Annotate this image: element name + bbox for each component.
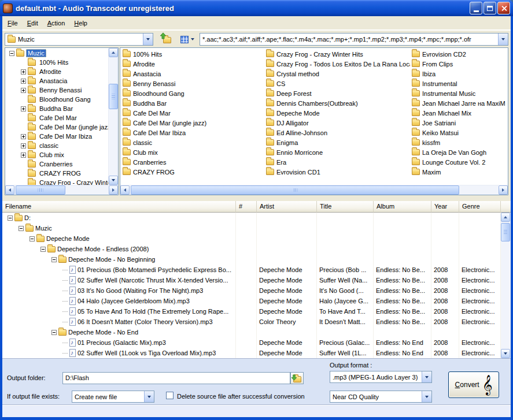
folder-list-item[interactable]: 100% Hits <box>121 49 264 59</box>
folder-list-item[interactable]: Enigma <box>264 137 410 147</box>
folder-list-item[interactable]: Buddha Bar <box>121 98 264 108</box>
quality-dropdown-button[interactable] <box>422 391 431 402</box>
folder-combo-dropdown-button[interactable] <box>143 34 153 45</box>
tree-expander-icon[interactable] <box>21 153 26 158</box>
folder-list-item[interactable]: Crystal method <box>264 69 410 79</box>
folder-list-item[interactable]: Anastacia <box>121 69 264 79</box>
scroll-right-button[interactable] <box>499 185 508 195</box>
row-expander-icon[interactable] <box>40 247 46 252</box>
folder-list-item[interactable]: Dennis Chambers(Outbreak) <box>264 98 410 108</box>
row-expander-icon[interactable] <box>62 319 68 325</box>
tree-vertical-scrollbar[interactable] <box>108 48 118 185</box>
table-row[interactable]: Muzic <box>2 223 501 233</box>
maximize-button[interactable] <box>484 2 496 14</box>
scroll-thumb[interactable] <box>109 84 118 109</box>
folder-list-item[interactable]: Jean Michael Jarre на MaxiM (1 <box>410 98 507 108</box>
folder-list-item[interactable]: Cafe Del Mar (jungle jazz) <box>121 118 264 128</box>
tree-expander-icon[interactable] <box>21 69 26 75</box>
row-expander-icon[interactable] <box>51 257 57 262</box>
column-header-filename[interactable]: Filename <box>2 201 236 213</box>
column-header-album[interactable]: Album <box>374 201 431 213</box>
folder-list-item[interactable]: Era <box>264 157 410 167</box>
table-row[interactable]: 02 Suffer Well (Narcotic Thrust Mix X-te… <box>2 275 501 285</box>
tree-item[interactable]: Cranberries <box>5 159 108 169</box>
tree-expander-icon[interactable] <box>21 79 26 84</box>
tree-item[interactable]: 100% Hits <box>5 58 108 67</box>
folder-list-item[interactable]: Bloodhound Gang <box>121 88 264 98</box>
folder-list-item[interactable]: CRAZY FROG <box>121 167 264 177</box>
column-header-year[interactable]: Year <box>431 201 459 213</box>
if-exists-combobox[interactable]: Create new file <box>72 391 154 403</box>
tree-item[interactable]: Crazy Frog - Crazy Winter Hits <box>5 178 108 185</box>
quality-combobox[interactable]: Near CD Quality <box>330 391 432 403</box>
folder-list-item[interactable]: Deep Forest <box>264 88 410 98</box>
folder-list-item[interactable]: Afrodite <box>121 59 264 69</box>
scroll-left-button[interactable] <box>5 185 14 195</box>
folder-list-item[interactable]: Club mix <box>121 147 264 157</box>
folder-list-item[interactable]: Lounge Couture Vol. 2 <box>410 157 507 167</box>
scroll-left-button[interactable] <box>120 185 130 195</box>
folder-list-item[interactable]: Cranberries <box>121 157 264 167</box>
folder-list-item[interactable]: Cafe Del Mar <box>121 108 264 118</box>
tree-item[interactable]: Cafe Del Mar <box>5 113 108 122</box>
folder-list-item[interactable]: Jean Michael Mix <box>410 108 507 118</box>
folder-list-item[interactable]: Ibiza <box>410 69 507 79</box>
up-folder-button[interactable] <box>159 32 175 46</box>
folder-list-item[interactable]: Ennio Morricone <box>264 147 410 157</box>
menu-action[interactable]: Action <box>43 17 70 29</box>
table-row[interactable]: 04 Halo (Jaycee Gelderbloom Mix).mp3 Dep… <box>2 296 501 306</box>
scroll-thumb[interactable] <box>501 223 510 241</box>
row-expander-icon[interactable] <box>8 215 13 221</box>
row-expander-icon[interactable] <box>62 278 68 283</box>
folder-list-item[interactable]: From Clips <box>410 59 507 69</box>
folder-list-item[interactable]: Evrovision CD1 <box>264 167 410 177</box>
scroll-down-button[interactable] <box>109 176 118 185</box>
row-expander-icon[interactable] <box>62 351 68 356</box>
tree-expander-icon[interactable] <box>21 106 26 111</box>
folder-list-item[interactable]: Ed Alline-Johnson <box>264 128 410 137</box>
tree-expander-icon[interactable] <box>21 88 26 93</box>
folder-list-item[interactable]: Evrovision CD2 <box>410 49 507 59</box>
column-header-title[interactable]: Title <box>317 201 374 213</box>
file-type-filter-combobox[interactable]: *.aac;*.ac3;*.aif;*.aiff;*.ape;*.flac;*.… <box>200 33 508 46</box>
column-header-number[interactable]: # <box>236 201 257 213</box>
row-expander-icon[interactable] <box>62 267 68 273</box>
tree-item[interactable]: Muzic <box>5 49 108 58</box>
tree-expander-icon[interactable] <box>21 134 26 139</box>
if-exists-dropdown-button[interactable] <box>144 391 154 402</box>
row-expander-icon[interactable] <box>19 226 24 231</box>
scroll-up-button[interactable] <box>501 213 510 222</box>
format-dropdown-button[interactable] <box>422 371 431 382</box>
tree-item[interactable]: Club mix <box>5 150 108 159</box>
title-bar[interactable]: default.mbt - Audio Transcoder unregiste… <box>0 0 513 16</box>
current-folder-combobox[interactable]: Muzic <box>5 33 153 46</box>
table-row[interactable]: 03 It's No Good (Waiting For The Night).… <box>2 285 501 296</box>
scroll-down-button[interactable] <box>501 349 510 358</box>
scroll-up-button[interactable] <box>109 48 118 57</box>
folder-list-item[interactable]: kissfm <box>410 137 507 147</box>
folder-list-item[interactable]: DJ Alligator <box>264 118 410 128</box>
menu-file[interactable]: File <box>3 17 23 29</box>
row-expander-icon[interactable] <box>51 330 57 335</box>
folder-list-item[interactable]: Maxim <box>410 167 507 177</box>
tree-item[interactable]: Cafe Del Mar (jungle jazz) <box>5 122 108 132</box>
table-row[interactable]: D: <box>2 213 501 223</box>
tree-item[interactable]: Anastacia <box>5 76 108 86</box>
tree-item[interactable]: Afrodite <box>5 67 108 76</box>
row-expander-icon[interactable] <box>62 309 68 314</box>
browse-output-folder-button[interactable] <box>290 372 304 384</box>
table-row[interactable]: Depeche Mode - No Beginning <box>2 254 501 265</box>
scroll-right-button[interactable] <box>109 185 118 195</box>
folder-list-item[interactable]: classic <box>121 137 264 147</box>
table-row[interactable]: Depeche Mode - Endless (2008) <box>2 244 501 254</box>
folder-list-item[interactable]: La Oreja De Van Gogh <box>410 147 507 157</box>
output-format-combobox[interactable]: .mp3 (MPEG-1 Audio Layer 3) <box>330 371 432 383</box>
table-row[interactable]: 06 It Doesn't Matter (Color Theory Versi… <box>2 317 501 327</box>
table-row[interactable]: 02 Suffer Well (1Look vs Tiga Overload M… <box>2 348 501 358</box>
tree-item[interactable]: Bloodhound Gang <box>5 95 108 104</box>
folder-list-item[interactable]: Cafe Del Mar Ibiza <box>121 128 264 137</box>
table-row[interactable]: Depeche Mode <box>2 233 501 244</box>
folder-list-item[interactable]: CS <box>264 79 410 88</box>
folder-list-item[interactable]: Crazy Frog - Crazy Winter Hits <box>264 49 410 59</box>
table-row[interactable]: Depeche Mode - No End <box>2 327 501 337</box>
